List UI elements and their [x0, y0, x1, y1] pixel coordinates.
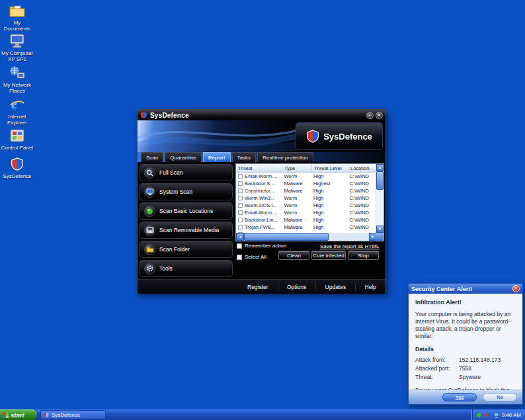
scroll-up-icon[interactable]: ▲: [376, 164, 384, 171]
cell-type: Worm: [282, 210, 311, 216]
sidebar-item-scan-folder[interactable]: Scan Folder: [140, 241, 233, 258]
cell-threat: Backdoor.S....: [245, 181, 282, 187]
sidebar-item-tools[interactable]: Tools: [140, 260, 233, 277]
scroll-down-icon[interactable]: ▼: [376, 226, 384, 233]
alert-warning-icon: !: [512, 285, 520, 292]
tab-realtime-protection[interactable]: Realtime protection: [257, 152, 313, 162]
cell-level: High: [311, 195, 347, 201]
remember-action-checkbox[interactable]: Remember action: [237, 243, 286, 249]
desktop-icon-my-documents[interactable]: My Documents: [0, 3, 34, 32]
threat-report-panel: Threat Type Threat Level Location Email-…: [235, 163, 384, 241]
sidebar-item-scan-removable-media[interactable]: Scan Removable Media: [140, 222, 233, 239]
row-checkbox[interactable]: [238, 203, 243, 208]
sidebar-item-label: Full Scan: [159, 169, 182, 176]
tab-scan[interactable]: Scan: [141, 152, 163, 162]
alert-title: Security Center Alert!: [411, 286, 512, 292]
tray-network-icon[interactable]: [493, 412, 499, 418]
cell-type: Malware: [282, 181, 311, 187]
row-checkbox[interactable]: [238, 181, 243, 186]
updates-button[interactable]: Updates: [316, 284, 356, 290]
options-button[interactable]: Options: [278, 284, 315, 290]
table-row[interactable]: Worm.DOS.I...WormHighC:\WIND: [236, 202, 377, 209]
start-button[interactable]: start: [0, 409, 37, 420]
row-checkbox[interactable]: [238, 174, 243, 179]
table-row[interactable]: Worm.Win3...WormHighC:\WIND: [236, 194, 377, 202]
column-header-threat-level[interactable]: Threat Level: [312, 164, 348, 172]
row-checkbox[interactable]: [238, 210, 243, 215]
select-all-checkbox[interactable]: Select All: [237, 254, 266, 260]
tab-report[interactable]: Report: [203, 152, 231, 162]
tab-tasks[interactable]: Tasks: [232, 152, 256, 162]
row-checkbox[interactable]: [238, 218, 243, 222]
horizontal-scroll-thumb[interactable]: [244, 233, 329, 241]
help-button[interactable]: Help: [356, 284, 385, 290]
cell-type: Malware: [282, 188, 311, 194]
sidebar-item-scan-basic-locations[interactable]: Scan Basic Locations: [140, 202, 233, 220]
scrollbar-corner: [376, 233, 384, 241]
column-header-location[interactable]: Location: [348, 164, 377, 172]
cell-type: Malware: [282, 217, 311, 223]
table-row[interactable]: Email-Worm....WormHighC:\WIND: [236, 209, 377, 216]
desktop-icon-internet-explorer[interactable]: e Internet Explorer: [0, 97, 34, 126]
sidebar-item-system-scan[interactable]: System Scan: [140, 183, 233, 200]
table-row[interactable]: Backdoor.S....MalwareHighestC:\WIND: [236, 180, 377, 187]
desktop-icon-my-network-places[interactable]: My Network Places: [0, 65, 34, 94]
vertical-scroll-track[interactable]: [376, 171, 384, 226]
desktop-icon-control-panel[interactable]: Control Panel: [0, 128, 34, 151]
row-checkbox[interactable]: [238, 189, 243, 193]
row-checkbox[interactable]: [238, 225, 243, 230]
security-alert-popup: Security Center Alert! ! Infiltration Al…: [408, 283, 523, 405]
table-row[interactable]: Backdoor.Lin...MalwareHighC:\WIND: [236, 216, 377, 224]
cell-type: Malware: [282, 224, 311, 230]
save-report-link[interactable]: Save the report as HTML: [320, 243, 379, 249]
clean-button[interactable]: Clean: [278, 251, 309, 260]
tab-quarantine[interactable]: Quarantine: [165, 152, 202, 162]
yes-button[interactable]: Yes: [442, 393, 477, 401]
register-button[interactable]: Register: [238, 284, 278, 290]
taskbar-item-label: SysDefence: [52, 412, 80, 418]
cell-threat: Email-Worm....: [245, 173, 282, 179]
table-row[interactable]: Constructor....MalwareHighC:\WIND: [236, 187, 377, 194]
cell-threat: Worm.Win3...: [245, 195, 282, 201]
alert-titlebar[interactable]: Security Center Alert! !: [409, 284, 522, 294]
tray-sysdefence-icon[interactable]: [485, 412, 491, 418]
window-header: SysDefence: [138, 120, 385, 152]
stop-button[interactable]: Stop: [348, 251, 379, 260]
taskbar-item-sysdefence[interactable]: SysDefence: [40, 410, 106, 419]
cure-infected-button[interactable]: Cure infected: [311, 251, 346, 260]
cell-type: Worm: [282, 195, 311, 201]
table-row[interactable]: Email-Worm....WormHighC:\WIND: [236, 173, 377, 180]
detail-row: Threat: Spyware: [415, 374, 516, 381]
column-header-threat[interactable]: Threat: [236, 164, 282, 172]
row-checkbox[interactable]: [238, 196, 243, 200]
green-orb-icon: [144, 206, 155, 217]
cell-location: C:\WIND: [347, 173, 377, 179]
sidebar-item-full-scan[interactable]: Full Scan: [140, 164, 233, 181]
cell-level: High: [311, 210, 347, 216]
cell-threat: Constructor....: [245, 188, 282, 194]
scroll-left-icon[interactable]: ◄: [236, 233, 244, 241]
column-header-type[interactable]: Type: [282, 164, 312, 172]
table-row[interactable]: Trojan.FWB...MalwareHighC:\WIND: [236, 224, 377, 231]
desktop-icon-sysdefence[interactable]: SysDefence: [0, 156, 34, 179]
taskbar-clock[interactable]: 9:46 AM: [502, 412, 521, 418]
vertical-scrollbar[interactable]: ▲ ▼: [376, 164, 384, 233]
sidebar-item-label: Scan Basic Locations: [159, 208, 213, 214]
checkbox-box: [237, 255, 242, 260]
tray-status-icon[interactable]: [476, 412, 482, 418]
minimize-button[interactable]: –: [366, 112, 374, 119]
vertical-scroll-thumb[interactable]: [376, 171, 384, 190]
sysdefence-shield-icon: [9, 156, 26, 172]
desktop-icon-label: SysDefence: [0, 173, 34, 179]
documents-icon: [9, 3, 26, 19]
desktop-icon-label: My Network Places: [0, 82, 34, 94]
horizontal-scrollbar[interactable]: ◄ ►: [236, 233, 377, 241]
no-button[interactable]: No: [483, 393, 517, 401]
window-shield-icon: [140, 111, 147, 119]
window-titlebar[interactable]: SysDefence – ×: [138, 110, 385, 120]
horizontal-scroll-track[interactable]: [329, 233, 369, 241]
sidebar-item-label: Scan Removable Media: [159, 227, 219, 233]
close-button[interactable]: ×: [376, 112, 383, 119]
desktop-icon-my-computer[interactable]: My Computer XP SP1: [0, 33, 34, 62]
magnifier-icon: [144, 167, 155, 179]
